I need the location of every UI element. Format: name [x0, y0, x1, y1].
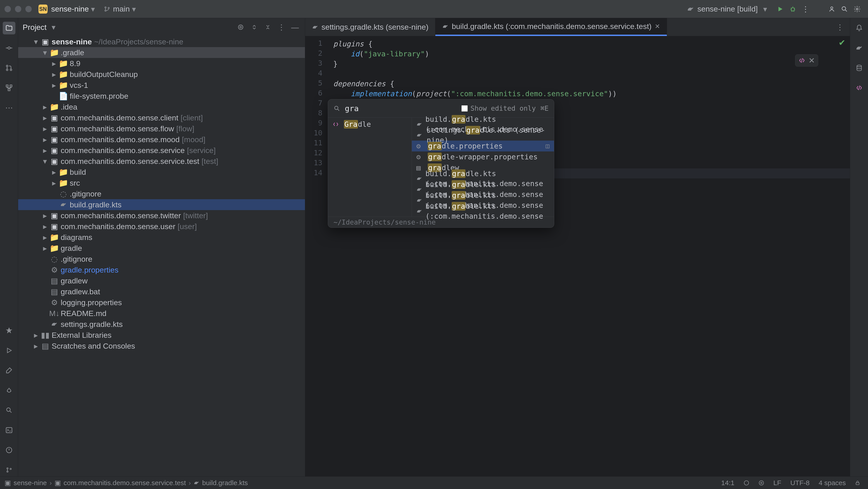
tree-row[interactable]: ▸ 📄 file-system.probe — [18, 91, 305, 101]
tree-row[interactable]: ▸ 📁 8.9 — [18, 58, 305, 69]
breadcrumb-item[interactable]: com.mechanitis.demo.sense.service.test — [64, 479, 186, 487]
pull-requests-tool-icon[interactable] — [3, 62, 16, 74]
debug-tool-icon[interactable] — [3, 384, 16, 397]
settings-icon[interactable] — [851, 3, 864, 16]
popup-result-item[interactable]: ⚙gradle-wrapper.properties — [412, 151, 554, 162]
database-tool-icon[interactable] — [853, 62, 866, 74]
panel-options-icon[interactable]: ⋮ — [276, 22, 287, 33]
ai-assistant-icon[interactable] — [853, 82, 866, 94]
panel-title[interactable]: Project — [23, 23, 46, 32]
editor-tab-active[interactable]: build.gradle.kts (:com.mechanitis.demo.s… — [435, 18, 667, 36]
code-area[interactable]: plugins { id("java-library") } dependenc… — [328, 36, 850, 476]
chevron-down-icon[interactable]: ▾ — [132, 4, 136, 13]
line-ending[interactable]: LF — [770, 479, 784, 487]
tree-row[interactable]: ▸ ◌ .gitignore — [18, 188, 305, 199]
build-tool-icon[interactable] — [3, 364, 16, 377]
chevron-right-icon[interactable]: ▸ — [51, 81, 57, 90]
chevron-right-icon[interactable]: ▸ — [33, 331, 39, 340]
file-encoding[interactable]: UTF-8 — [787, 479, 813, 487]
tree-row[interactable]: ▸ 📁 build — [18, 166, 305, 178]
chevron-right-icon[interactable]: ▸ — [42, 211, 48, 220]
tree-row[interactable]: ▾ 📁 .gradle — [18, 47, 305, 58]
structure-tool-icon[interactable] — [3, 82, 16, 94]
tree-row[interactable]: ▸ ▣ com.mechanitis.demo.sense.client [cl… — [18, 112, 305, 123]
readonly-lock-icon[interactable] — [852, 480, 864, 486]
collapse-all-icon[interactable] — [262, 22, 273, 33]
debug-button[interactable] — [786, 3, 799, 16]
search-input[interactable] — [345, 104, 457, 113]
cursor-position[interactable]: 14:1 — [718, 479, 738, 487]
tree-row[interactable]: ▸ ⚙ logging.properties — [18, 297, 305, 308]
tree-row[interactable]: ▸ ▮▮ External Libraries — [18, 330, 305, 340]
branch-name[interactable]: main — [113, 4, 130, 13]
more-actions-icon[interactable]: ⋮ — [799, 3, 812, 16]
tree-row[interactable]: ▸ ▣ com.mechanitis.demo.sense.mood [mood… — [18, 134, 305, 145]
chevron-down-icon[interactable]: ▾ — [91, 4, 95, 13]
problems-tool-icon[interactable] — [3, 444, 16, 456]
breadcrumb-item[interactable]: sense-nine — [13, 479, 47, 487]
chevron-right-icon[interactable]: ▸ — [42, 113, 48, 122]
show-edited-only-checkbox[interactable]: Show edited only ⌘E — [461, 103, 549, 114]
run-button[interactable] — [774, 3, 786, 16]
vcs-tool-icon[interactable] — [3, 464, 16, 476]
tree-row[interactable]: ▸ ▣ com.mechanitis.demo.sense.twitter [t… — [18, 210, 305, 221]
tree-row[interactable]: ▸ ⚙ gradle.properties — [18, 265, 305, 275]
split-right-icon[interactable]: ◫ — [546, 141, 550, 151]
chevron-right-icon[interactable]: ▸ — [51, 167, 57, 177]
chevron-down-icon[interactable]: ▾ — [42, 48, 48, 57]
tree-row-selected[interactable]: ▸ build.gradle.kts — [18, 199, 305, 210]
popup-result-item[interactable]: settings.gradle.kts (sense-nine) — [412, 130, 554, 141]
chevron-right-icon[interactable]: ▸ — [51, 70, 57, 79]
expand-all-icon[interactable] — [249, 22, 260, 33]
tree-row[interactable]: ▸ ◌ .gitignore — [18, 253, 305, 265]
tree-row[interactable]: ▸ ▣ com.mechanitis.demo.sense.flow [flow… — [18, 123, 305, 134]
project-name[interactable]: sense-nine — [51, 4, 89, 13]
run-config-selector[interactable]: sense-nine [build] ▾ — [687, 4, 769, 13]
tree-row[interactable]: ▸ settings.gradle.kts — [18, 319, 305, 330]
project-tree[interactable]: ▾ ▣ sense-nine ~/IdeaProjects/sense-nine… — [18, 36, 305, 476]
chevron-right-icon[interactable]: ▸ — [42, 124, 48, 133]
close-tab-icon[interactable]: ✕ — [655, 23, 660, 30]
hide-panel-icon[interactable]: — — [289, 22, 301, 33]
chevron-right-icon[interactable]: ▸ — [42, 244, 48, 253]
tree-row[interactable]: ▾ ▣ com.mechanitis.demo.sense.service.te… — [18, 156, 305, 166]
more-tools-icon[interactable]: ⋯ — [3, 101, 16, 114]
chevron-right-icon[interactable]: ▸ — [33, 341, 39, 350]
line-separator-icon[interactable] — [740, 480, 752, 486]
services-tool-icon[interactable] — [3, 324, 16, 337]
commit-tool-icon[interactable] — [3, 42, 16, 54]
chevron-down-icon[interactable]: ▾ — [42, 157, 48, 166]
editor-body[interactable]: ✔ ✕ 1 2 3 4 5 6 7 8 9 10 11 12 13 — [305, 36, 850, 476]
tree-row[interactable]: ▸ 📁 .idea — [18, 101, 305, 112]
chevron-right-icon[interactable]: ▸ — [42, 233, 48, 242]
terminal-tool-icon[interactable] — [3, 424, 16, 436]
tree-row[interactable]: ▸ ▣ com.mechanitis.demo.sense.service [s… — [18, 145, 305, 156]
tree-row-root[interactable]: ▾ ▣ sense-nine ~/IdeaProjects/sense-nine — [18, 36, 305, 47]
tree-row[interactable]: ▸ ▣ com.mechanitis.demo.sense.user [user… — [18, 221, 305, 232]
tree-row[interactable]: ▸ M↓ README.md — [18, 308, 305, 319]
highlight-level-icon[interactable] — [755, 480, 768, 486]
tab-options-icon[interactable]: ⋮ — [835, 22, 845, 33]
tree-row[interactable]: ▸ 📁 vcs-1 — [18, 80, 305, 91]
close-window-icon[interactable] — [4, 6, 11, 12]
chevron-down-icon[interactable]: ▾ — [52, 23, 56, 32]
chevron-right-icon[interactable]: ▸ — [42, 146, 48, 155]
notifications-icon[interactable] — [853, 22, 866, 34]
tree-row[interactable]: ▸ 📁 buildOutputCleanup — [18, 69, 305, 80]
chevron-right-icon[interactable]: ▸ — [42, 135, 48, 144]
tree-row[interactable]: ▸ ▤ Scratches and Consoles — [18, 340, 305, 352]
code-with-me-icon[interactable] — [826, 3, 838, 16]
indent-setting[interactable]: 4 spaces — [815, 479, 849, 487]
breadcrumb-item[interactable]: build.gradle.kts — [202, 479, 248, 487]
chevron-right-icon[interactable]: ▸ — [51, 59, 57, 68]
editor-tab[interactable]: settings.gradle.kts (sense-nine) — [305, 18, 435, 36]
tree-row[interactable]: ▸ ▤ gradlew — [18, 275, 305, 286]
tree-row[interactable]: ▸ 📁 gradle — [18, 243, 305, 253]
tree-row[interactable]: ▸ 📁 diagrams — [18, 232, 305, 243]
popup-result-item[interactable]: build.gradle.kts (:com.mechanitis.demo.s… — [412, 206, 554, 217]
select-opened-file-icon[interactable] — [235, 22, 246, 33]
chevron-down-icon[interactable]: ▾ — [33, 37, 39, 46]
chevron-right-icon[interactable]: ▸ — [51, 178, 57, 187]
tree-row[interactable]: ▸ 📁 src — [18, 178, 305, 188]
run-tool-icon[interactable] — [3, 344, 16, 357]
